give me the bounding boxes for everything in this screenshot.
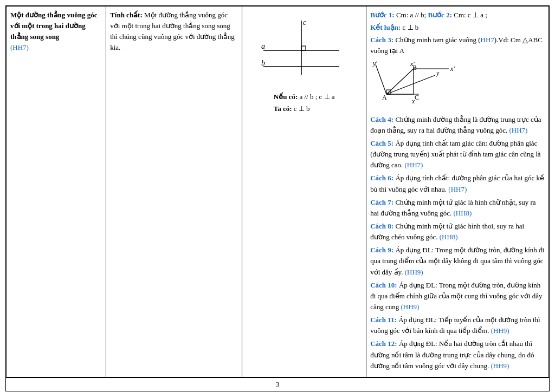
method5-label: Cách 5:	[370, 139, 393, 147]
steps-line: Bước 1: Cm: a // b; Bước 2: Cm: c ⊥ a ;	[370, 10, 545, 21]
method10-label: Cách 10:	[370, 281, 397, 289]
then-label: Ta có:	[274, 104, 292, 113]
method10-line: Cách 10: Áp dụng ĐL: Trong một đường trò…	[370, 280, 545, 312]
method12-label: Cách 12:	[370, 339, 397, 348]
method9-text: Áp dụng ĐL: Trong một đường tròn, đường …	[370, 246, 544, 276]
if-label: Nếu có:	[274, 93, 298, 101]
method8-line: Cách 8: Chứng minh một tứ giác hình thoi…	[370, 221, 545, 243]
method11-ref: (HH9)	[491, 326, 509, 335]
svg-text:C: C	[415, 94, 419, 101]
method7-ref: (HH8)	[453, 209, 472, 217]
method3-label: Cách 3:	[370, 36, 393, 44]
method7-line: Cách 7: Chứng minh một tứ giác là hình c…	[370, 197, 545, 219]
method6-ref: (HH7)	[448, 185, 467, 193]
method6-line: Cách 6: Áp dụng tính chất: đường phân gi…	[370, 173, 545, 194]
step1-text: Cm: a // b;	[395, 11, 428, 19]
svg-text:x': x'	[450, 65, 455, 73]
diagram-area: c a b Nếu có: a // b ; c ⊥ a Ta có: c ⊥ …	[246, 10, 362, 120]
method11-label: Cách 11:	[370, 316, 397, 324]
svg-text:x: x	[411, 97, 415, 105]
step1-label: Bước 1:	[370, 11, 395, 19]
method6-label: Cách 6:	[370, 174, 393, 182]
col3-cell: c a b Nếu có: a // b ; c ⊥ a Ta có: c ⊥ …	[242, 6, 366, 377]
method7-label: Cách 7:	[370, 198, 393, 206]
svg-text:a: a	[261, 42, 265, 50]
col1-title: Một đường thẳng vuông góc với một trong …	[10, 11, 98, 41]
method5-ref: (HH7)	[404, 161, 423, 169]
method5-text: Áp dụng tính chất tam giác cân: đường ph…	[370, 139, 540, 169]
method11-line: Cách 11: Áp dụng ĐL: Tiếp tuyến của một …	[370, 315, 545, 336]
triangle-text-right: x' x' B y' y A C x	[370, 59, 545, 111]
svg-line-10	[386, 75, 435, 94]
method8-label: Cách 8:	[370, 222, 393, 230]
step2-label: Bước 2:	[428, 11, 452, 19]
col4-cell: Bước 1: Cm: a // b; Bước 2: Cm: c ⊥ a ; …	[366, 6, 549, 377]
svg-text:c: c	[303, 18, 307, 27]
svg-text:b: b	[261, 59, 265, 67]
method3-text: Chứng minh tam giác vuông (HH7).Vd: Cm △…	[370, 36, 543, 55]
step2-text: Cm: c ⊥ a ;	[452, 11, 487, 19]
conclusion-line: Kết luận: c ⊥ b	[370, 22, 545, 33]
triangle-diagram-area: x' x' B y' y A C x	[370, 59, 545, 111]
diagram-svg: c a b	[253, 15, 356, 86]
col1-ref: (HH7)	[10, 43, 29, 51]
col1-cell: Một đường thẳng vuông góc với một trong …	[7, 6, 106, 377]
svg-text:B: B	[412, 64, 417, 71]
triangle-svg: x' x' B y' y A C x	[370, 59, 457, 108]
method9-line: Cách 9: Áp dụng ĐL: Trong một đường tròn…	[370, 245, 545, 277]
svg-text:y: y	[436, 69, 440, 77]
col2-cell: Tính chất: Một đường thẳng vuông góc với…	[106, 6, 242, 377]
svg-text:y': y'	[372, 60, 377, 67]
col2-bold-prefix: Tính chất:	[110, 11, 143, 19]
svg-rect-3	[301, 46, 306, 50]
page-number: 3	[276, 380, 280, 388]
then-value: c ⊥ b	[294, 104, 310, 113]
if-value: a // b ; c ⊥ a	[299, 93, 334, 101]
svg-text:A: A	[382, 94, 387, 101]
page-footer: 3	[6, 377, 549, 391]
svg-line-9	[376, 64, 386, 94]
diagram-text: Nếu có: a // b ; c ⊥ a Ta có: c ⊥ b	[274, 91, 335, 115]
method8-ref: (HH8)	[440, 233, 458, 241]
method9-ref: (HH9)	[405, 268, 423, 276]
method3-line: Cách 3: Chứng minh tam giác vuông (HH7).…	[370, 35, 545, 56]
method12-ref: (HH9)	[491, 362, 509, 370]
method10-ref: (HH9)	[401, 303, 419, 311]
method4-label: Cách 4:	[370, 115, 393, 123]
method4-ref: (HH7)	[509, 126, 527, 134]
method12-line: Cách 12: Áp dụng ĐL: Nếu hai đường tròn …	[370, 338, 545, 371]
method9-label: Cách 9:	[370, 246, 393, 254]
method4-line: Cách 4: Chứng minh đường thẳng là đường …	[370, 114, 545, 136]
conclusion-text: c ⊥ b	[401, 23, 418, 31]
method5-line: Cách 5: Áp dụng tính chất tam giác cân: …	[370, 138, 545, 171]
conclusion-label: Kết luận:	[370, 23, 401, 31]
